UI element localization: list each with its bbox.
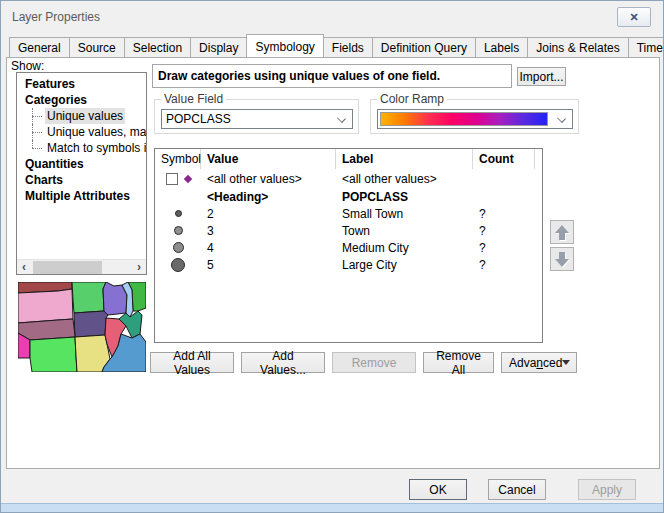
circle-symbol-icon xyxy=(174,226,183,235)
dialog-footer: OK Cancel Apply xyxy=(1,469,663,505)
column-header-value[interactable]: Value xyxy=(201,149,336,169)
sidebar-item-label: Categories xyxy=(23,92,89,108)
state-slate xyxy=(74,311,108,337)
color-ramp-combobox[interactable] xyxy=(377,109,573,129)
sidebar-item-categories[interactable]: Categories xyxy=(17,92,146,108)
sidebar-item-unique-values-many[interactable]: Unique values, many xyxy=(17,124,146,140)
chevron-down-icon[interactable] xyxy=(337,114,346,123)
import-button[interactable]: Import... xyxy=(517,67,566,86)
table-row[interactable]: <Heading>POPCLASS xyxy=(155,188,542,205)
close-button[interactable]: ✕ xyxy=(617,7,651,27)
label-cell: POPCLASS xyxy=(336,190,473,204)
sidebar-item-charts[interactable]: Charts xyxy=(17,172,146,188)
value-cell: <Heading> xyxy=(201,190,336,204)
symbol-cell[interactable] xyxy=(155,210,201,217)
tab-general[interactable]: General xyxy=(9,37,70,57)
state-bright-green xyxy=(30,337,77,372)
close-icon: ✕ xyxy=(629,12,638,23)
symbol-cell[interactable] xyxy=(155,173,201,185)
color-ramp-group: Color Ramp xyxy=(370,99,579,134)
count-cell: ? xyxy=(473,241,535,255)
down-arrow-icon xyxy=(554,252,570,267)
move-up-button[interactable] xyxy=(550,220,574,244)
map-preview xyxy=(18,282,146,372)
column-header-label[interactable]: Label xyxy=(336,149,473,169)
ok-button[interactable]: OK xyxy=(409,479,467,500)
symbology-tab-page: Show: FeaturesCategoriesUnique valuesUni… xyxy=(6,57,660,469)
scrollbar-thumb[interactable] xyxy=(33,261,102,274)
scrollbar-track[interactable] xyxy=(31,260,132,275)
table-action-buttons: Add All ValuesAdd Values...RemoveRemove … xyxy=(150,352,577,373)
remove-all-button[interactable]: Remove All xyxy=(423,352,494,373)
table-row[interactable]: 4Medium City? xyxy=(155,239,542,256)
chevron-down-icon[interactable] xyxy=(557,114,566,123)
table-header: SymbolValueLabelCount xyxy=(155,149,542,169)
table-row[interactable]: 2Small Town? xyxy=(155,205,542,222)
sidebar-item-quantities[interactable]: Quantities xyxy=(17,156,146,172)
column-header-symbol[interactable]: Symbol xyxy=(155,149,201,169)
add-values-button[interactable]: Add Values... xyxy=(241,352,325,373)
sidebar-item-label: Quantities xyxy=(23,156,86,172)
circle-symbol-icon xyxy=(175,210,182,217)
sidebar-item-label: Unique values xyxy=(45,108,125,124)
value-cell: 5 xyxy=(201,258,336,272)
scrollbar-left-arrow-icon[interactable]: ‹ xyxy=(17,260,31,275)
cancel-button[interactable]: Cancel xyxy=(488,479,546,500)
state-pink xyxy=(18,289,73,323)
button-label: Remove All xyxy=(430,349,487,377)
all-other-values-checkbox[interactable] xyxy=(166,173,178,185)
remove-button: Remove xyxy=(332,352,416,373)
scrollbar-right-arrow-icon[interactable]: › xyxy=(132,260,146,275)
value-cell: 3 xyxy=(201,224,336,238)
count-cell: ? xyxy=(473,258,535,272)
move-down-button[interactable] xyxy=(550,247,574,271)
value-field-combobox[interactable]: POPCLASS xyxy=(161,109,353,129)
show-label: Show: xyxy=(11,59,44,73)
label-cell: <all other values> xyxy=(336,172,473,186)
tab-display[interactable]: Display xyxy=(190,37,247,57)
value-field-group: Value Field POPCLASS xyxy=(154,99,359,134)
state-mauve xyxy=(18,319,75,340)
table-row[interactable]: 5Large City? xyxy=(155,256,542,273)
horizontal-scrollbar[interactable]: ‹ › xyxy=(17,259,146,274)
sidebar-item-label: Multiple Attributes xyxy=(23,188,132,204)
show-tree: FeaturesCategoriesUnique valuesUnique va… xyxy=(17,73,146,204)
symbol-cell[interactable] xyxy=(155,242,201,253)
tab-joins-relates[interactable]: Joins & Relates xyxy=(527,37,628,57)
symbol-cell[interactable] xyxy=(155,258,201,272)
tab-symbology[interactable]: Symbology xyxy=(246,34,323,57)
advanced-button[interactable]: Advanced xyxy=(501,352,577,373)
value-cell: 4 xyxy=(201,241,336,255)
button-label: Add Values... xyxy=(248,349,318,377)
color-ramp-label: Color Ramp xyxy=(377,92,447,106)
count-cell: ? xyxy=(473,207,535,221)
color-ramp-gradient xyxy=(380,112,548,126)
value-field-label: Value Field xyxy=(161,92,226,106)
apply-button: Apply xyxy=(578,479,636,500)
sidebar-item-match-to-symbols-in-a[interactable]: Match to symbols in a xyxy=(17,140,146,156)
sidebar-item-features[interactable]: Features xyxy=(17,76,146,92)
tab-selection[interactable]: Selection xyxy=(124,37,191,57)
tab-fields[interactable]: Fields xyxy=(323,37,373,57)
unique-values-table[interactable]: SymbolValueLabelCount<all other values><… xyxy=(154,148,543,343)
sidebar-item-multiple-attributes[interactable]: Multiple Attributes xyxy=(17,188,146,204)
tab-labels[interactable]: Labels xyxy=(475,37,528,57)
button-label: Advanced xyxy=(509,356,562,370)
label-cell: Medium City xyxy=(336,241,473,255)
table-row[interactable]: 3Town? xyxy=(155,222,542,239)
circle-symbol-icon xyxy=(171,258,185,272)
tab-time[interactable]: Time xyxy=(628,37,664,57)
title-bar[interactable]: Layer Properties ✕ xyxy=(1,1,663,33)
window-title: Layer Properties xyxy=(12,10,100,24)
up-arrow-icon xyxy=(554,225,570,240)
tab-source[interactable]: Source xyxy=(69,37,125,57)
state-green-top xyxy=(72,282,106,313)
dialog-bottom-border xyxy=(1,503,663,512)
column-header-count[interactable]: Count xyxy=(473,149,535,169)
symbol-cell[interactable] xyxy=(155,226,201,235)
add-all-values-button[interactable]: Add All Values xyxy=(150,352,234,373)
sidebar-item-label: Match to symbols in a xyxy=(45,140,146,156)
tab-definition-query[interactable]: Definition Query xyxy=(372,37,476,57)
sidebar-item-unique-values[interactable]: Unique values xyxy=(17,108,146,124)
table-row[interactable]: <all other values><all other values> xyxy=(155,169,542,188)
